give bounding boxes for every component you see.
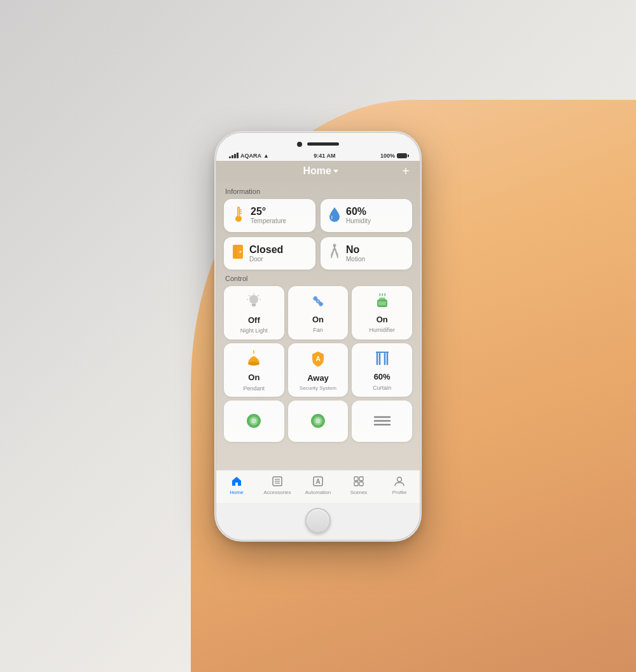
temperature-value: 25° xyxy=(251,205,286,217)
svg-rect-49 xyxy=(354,482,358,486)
tab-accessories[interactable]: Accessories xyxy=(257,476,298,495)
info-cards-row2: Closed Door xyxy=(224,237,412,270)
home-icon xyxy=(231,476,242,489)
svg-rect-47 xyxy=(354,477,358,481)
door-info: Closed Door xyxy=(249,243,283,263)
curtain-card[interactable]: 60% Curtain xyxy=(352,343,412,397)
device-card-3[interactable] xyxy=(352,401,412,442)
signal-bar-2 xyxy=(232,155,233,158)
door-card[interactable]: Closed Door xyxy=(224,237,315,270)
control-label: Control xyxy=(225,275,412,282)
humidity-label: Humidity xyxy=(346,217,371,225)
chevron-down-icon xyxy=(333,170,338,173)
pendant-value: On xyxy=(248,373,259,383)
motion-label: Motion xyxy=(346,256,365,263)
tab-profile-label: Profile xyxy=(392,490,407,495)
grid-icon xyxy=(353,476,364,489)
humidifier-label: Humidifier xyxy=(369,327,395,334)
tab-home[interactable]: Home xyxy=(216,476,257,495)
pendant-card[interactable]: On Pendant xyxy=(224,343,284,397)
circle-green2-icon xyxy=(309,412,327,432)
humidity-value: 60% xyxy=(346,205,371,217)
walk-icon xyxy=(328,243,341,263)
information-label: Information xyxy=(225,188,412,195)
security-label: Security System xyxy=(300,385,336,392)
device-card-2[interactable] xyxy=(288,401,349,442)
device-card-1[interactable] xyxy=(224,401,284,442)
motion-value: No xyxy=(346,243,365,256)
night-light-value: Off xyxy=(248,315,260,326)
curtain-icon xyxy=(374,350,391,369)
droplet-icon xyxy=(328,206,341,225)
svg-rect-50 xyxy=(359,482,363,486)
tab-accessories-label: Accessories xyxy=(263,490,291,495)
svg-point-8 xyxy=(240,251,242,253)
curtain-value: 60% xyxy=(374,372,391,382)
status-bar: AQARA ▲ 9:41 AM 100% xyxy=(216,151,420,161)
door-label: Door xyxy=(249,256,283,263)
svg-text:A: A xyxy=(315,355,320,362)
humidity-info: 60% Humidity xyxy=(346,205,371,225)
svg-point-18 xyxy=(317,300,319,303)
pendant-icon xyxy=(245,350,262,370)
circle-green-icon xyxy=(245,412,263,432)
home-button-area xyxy=(216,503,420,540)
control-row3 xyxy=(224,401,412,442)
svg-rect-48 xyxy=(359,477,363,481)
auto-icon: A xyxy=(312,476,324,489)
svg-rect-2 xyxy=(238,208,239,217)
control-row2: On Pendant A xyxy=(224,343,412,397)
signal-bar-4 xyxy=(237,153,238,158)
app-screen: Home + Information xyxy=(216,161,420,503)
night-light-card[interactable]: Off Night Light xyxy=(224,286,284,339)
thermometer-icon xyxy=(232,205,245,226)
curtain-label: Curtain xyxy=(373,385,391,392)
svg-rect-20 xyxy=(379,298,385,301)
temperature-info: 25° Temperature xyxy=(251,205,286,225)
humidifier-icon xyxy=(374,293,391,312)
app-header: Home + xyxy=(216,161,420,182)
night-light-label: Night Light xyxy=(240,327,268,334)
tab-bar: Home Accessories xyxy=(216,470,420,503)
fan-value: On xyxy=(312,315,324,325)
fan-label: Fan xyxy=(313,327,323,334)
motion-card[interactable]: No Motion xyxy=(321,237,412,270)
control-row1: Off Night Light xyxy=(224,286,412,339)
lines-icon xyxy=(373,415,391,430)
information-section: Information xyxy=(224,188,412,270)
humidifier-card[interactable]: On Humidifier xyxy=(352,286,412,339)
person-icon xyxy=(394,476,405,489)
tab-profile[interactable]: Profile xyxy=(379,476,420,495)
svg-point-25 xyxy=(248,362,259,366)
tab-scenes-label: Scenes xyxy=(350,490,368,495)
carrier-name: AQARA xyxy=(240,153,261,159)
home-button[interactable] xyxy=(305,508,331,533)
control-section: Control xyxy=(224,275,412,442)
tab-automation-label: Automation xyxy=(305,490,331,495)
temperature-card[interactable]: 25° Temperature xyxy=(224,199,315,232)
tab-automation[interactable]: A Automation xyxy=(298,476,338,495)
signal-bar-1 xyxy=(229,156,231,158)
add-button[interactable]: + xyxy=(402,165,410,177)
svg-text:A: A xyxy=(315,478,320,485)
scene: AQARA ▲ 9:41 AM 100% Home xyxy=(0,0,636,672)
tab-home-label: Home xyxy=(230,490,243,495)
battery-fill xyxy=(398,154,406,158)
svg-line-13 xyxy=(249,295,250,296)
fan-card[interactable]: On Fan xyxy=(288,286,349,339)
door-value: Closed xyxy=(249,243,283,256)
signal-bar-3 xyxy=(234,154,236,158)
security-card[interactable]: A Away Security System xyxy=(288,343,349,397)
info-cards-row1: 25° Temperature xyxy=(224,199,412,232)
signal-bars xyxy=(229,153,238,158)
scroll-content[interactable]: Information xyxy=(216,182,420,470)
header-title-group[interactable]: Home xyxy=(303,165,338,177)
svg-point-11 xyxy=(249,295,258,304)
humidity-card[interactable]: 60% Humidity xyxy=(321,199,412,232)
motion-info: No Motion xyxy=(346,243,365,263)
status-time: 9:41 AM xyxy=(314,153,335,159)
humidifier-value: On xyxy=(377,315,388,325)
earpiece-speaker xyxy=(307,142,339,146)
tab-scenes[interactable]: Scenes xyxy=(338,476,379,495)
door-icon xyxy=(232,244,244,262)
